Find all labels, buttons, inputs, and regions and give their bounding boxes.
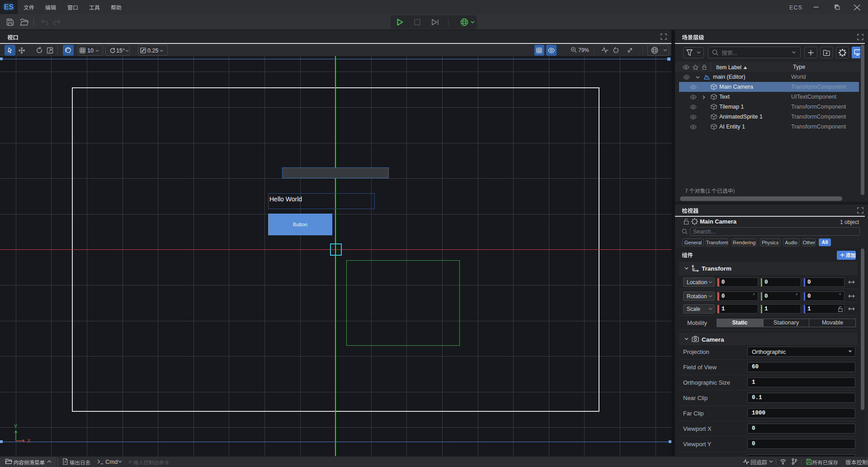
svg-text:X: X	[27, 438, 31, 443]
svg-text:Y: Y	[14, 424, 18, 429]
